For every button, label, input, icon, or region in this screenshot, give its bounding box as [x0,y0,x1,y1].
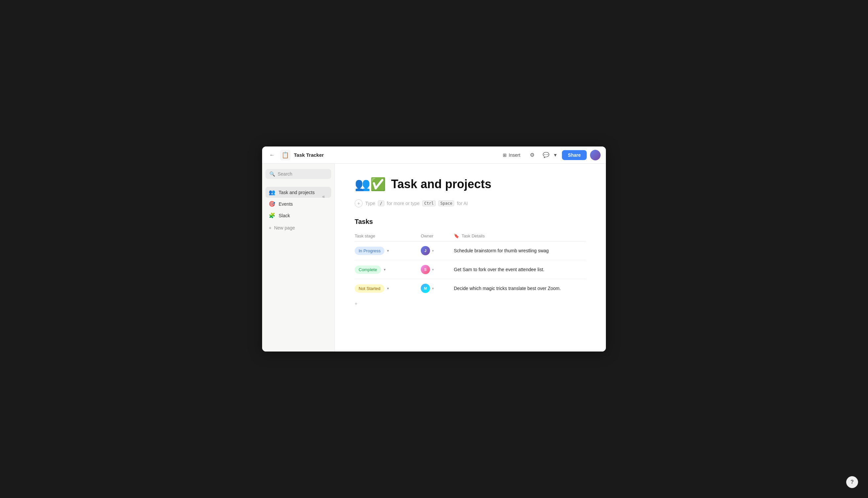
stage-dropdown-arrow-1[interactable]: ▾ [384,267,386,272]
tasks-section: Tasks Task stage Owner 🔖 T [355,218,586,310]
type-hint: + Type / for more or type Ctrl Space for… [355,199,586,207]
task-detail-1: Get Sam to fork over the event attendee … [454,267,544,272]
comment-dropdown-button[interactable]: ▾ [552,150,559,160]
collapse-sidebar-button[interactable]: « [319,192,328,201]
new-page-item[interactable]: + New page [265,223,331,233]
stage-badge-complete[interactable]: Complete [355,265,381,274]
col-task-stage: Task stage [355,231,421,241]
stage-dropdown-arrow-0[interactable]: ▾ [387,249,389,253]
owner-chevron-2[interactable]: ▾ [432,286,434,291]
topbar-right: ⊞ Insert ⚙ 💬 ▾ Share [499,150,601,160]
tasks-table: Task stage Owner 🔖 Task Details [355,231,586,298]
type-hint-middle: for more or type [387,201,420,206]
stage-label-2: Not Started [359,286,380,291]
task-detail-0: Schedule brainstorm for thumb wrestling … [454,248,549,253]
app-icon: 📋 [280,150,291,160]
sidebar-header: 🔍 « [265,169,331,183]
owner-cell-0: J ▾ [421,241,454,260]
owner-avatar-0[interactable]: J [421,246,430,255]
col-owner: Owner [421,231,454,241]
share-button[interactable]: Share [562,150,587,160]
new-page-icon: + [269,225,271,231]
sidebar-item-label-2: Slack [279,213,290,218]
insert-grid-icon: ⊞ [503,153,507,158]
topbar-left: ← 📋 Task Tracker [267,150,495,160]
stage-label-0: In Progress [359,248,380,253]
tasks-heading: Tasks [355,218,586,225]
topbar: ← 📋 Task Tracker ⊞ Insert ⚙ 💬 ▾ [262,146,606,164]
detail-cell-1: Get Sam to fork over the event attendee … [454,260,586,279]
owner-cell-2: M ▾ [421,279,454,298]
user-avatar[interactable] [590,150,601,160]
page-title: Task and projects [391,177,491,191]
stage-label-1: Complete [359,267,377,272]
table-header-row: Task stage Owner 🔖 Task Details [355,231,586,241]
comment-dropdown: 💬 ▾ [541,150,559,160]
insert-label: Insert [509,153,520,158]
page-icon: 👥✅ [355,177,386,192]
comment-button[interactable]: 💬 [541,150,551,160]
slash-key: / [378,200,384,206]
back-icon: ← [269,152,275,158]
search-box[interactable]: 🔍 [265,169,331,179]
detail-cell-0: Schedule brainstorm for thumb wrestling … [454,241,586,260]
main-layout: 🔍 « 👥 Task and projects 🎯 Events 🧩 [262,164,606,352]
task-detail-2: Decide which magic tricks translate best… [454,286,561,291]
detail-cell-2: Decide which magic tricks translate best… [454,279,586,298]
app-title: Task Tracker [294,152,324,158]
owner-cell-1: S ▾ [421,260,454,279]
chevron-down-icon: ▾ [554,152,557,158]
add-row-icon: + [355,301,357,306]
type-hint-ai: for AI [457,201,468,206]
add-row-button[interactable]: + [355,298,357,310]
collapse-icon: « [322,194,325,199]
sidebar-item-label-0: Task and projects [279,190,315,195]
insert-button[interactable]: ⊞ Insert [499,151,524,159]
comment-icon: 💬 [543,152,549,158]
sidebar-item-icon-2: 🧩 [269,212,275,219]
back-button[interactable]: ← [267,150,277,160]
page-header: 👥✅ Task and projects [355,177,586,192]
space-key: Space [438,200,454,206]
table-row: Complete ▾ S ▾ [355,260,586,279]
stage-cell-2: Not Started ▾ [355,279,421,298]
table-row: Not Started ▾ M ▾ [355,279,586,298]
help-button[interactable]: ? [846,476,858,488]
stage-badge-not-started[interactable]: Not Started [355,284,384,293]
new-page-label: New page [274,225,295,231]
owner-chevron-1[interactable]: ▾ [432,267,434,272]
avatar-image [590,150,601,160]
table-row: In Progress ▾ J ▾ [355,241,586,260]
search-input[interactable] [278,171,327,176]
stage-cell-1: Complete ▾ [355,260,421,279]
sidebar-item-label-1: Events [279,201,293,207]
help-icon: ? [851,479,854,485]
bookmark-icon: 🔖 [454,234,459,238]
stage-badge-in-progress[interactable]: In Progress [355,247,384,255]
search-icon: 🔍 [269,171,275,176]
col-task-details: 🔖 Task Details [454,231,586,241]
settings-button[interactable]: ⚙ [527,150,537,160]
type-hint-type: Type [365,201,375,206]
stage-cell-0: In Progress ▾ [355,241,421,260]
owner-chevron-0[interactable]: ▾ [432,249,434,253]
add-block-button[interactable]: + [355,199,363,207]
content-area: 👥✅ Task and projects + Type / for more o… [335,164,606,352]
owner-avatar-1[interactable]: S [421,265,430,274]
sidebar-item-slack[interactable]: 🧩 Slack [265,210,331,221]
gear-icon: ⚙ [530,152,534,158]
owner-avatar-2[interactable]: M [421,284,430,293]
share-label: Share [568,153,581,158]
stage-dropdown-arrow-2[interactable]: ▾ [387,286,389,291]
ctrl-key: Ctrl [422,200,436,206]
sidebar: 🔍 « 👥 Task and projects 🎯 Events 🧩 [262,164,335,352]
sidebar-item-icon-0: 👥 [269,189,275,195]
sidebar-item-icon-1: 🎯 [269,201,275,207]
